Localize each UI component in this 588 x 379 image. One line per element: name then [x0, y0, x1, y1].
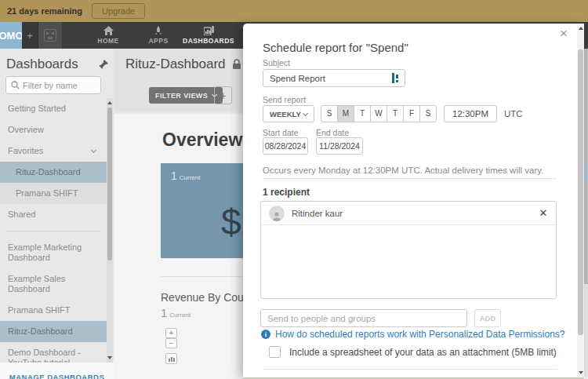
current-app-tab[interactable] [38, 22, 62, 49]
remove-recipient-icon[interactable]: ✕ [535, 205, 551, 220]
sidebar-item-example-sales[interactable]: Example Sales Dashboard [0, 268, 107, 300]
scroll-down-icon[interactable] [579, 371, 583, 374]
sidebar-item-favorites[interactable]: Favorites [0, 140, 107, 162]
subject-input[interactable] [263, 69, 405, 87]
card-count: 1 [171, 169, 177, 182]
page-edge-sliver [584, 49, 588, 377]
attachment-checkbox[interactable] [269, 346, 281, 358]
attachment-label: Include a spreadsheet of your data as an… [289, 347, 557, 358]
scroll-up-icon[interactable] [579, 27, 583, 30]
scroll-down-icon[interactable] [107, 356, 112, 359]
recipient-name: Ritinder kaur [292, 209, 343, 218]
sidebar-scrollbar[interactable] [107, 98, 113, 363]
chevron-down-icon [91, 148, 96, 153]
map-zoom-in-button[interactable]: + [165, 328, 177, 338]
new-tab-button[interactable]: + [22, 22, 38, 49]
sidebar-item-overview[interactable]: Overview [0, 119, 107, 140]
recipients-heading: 1 recipient [263, 187, 310, 198]
sidebar-divider [6, 231, 100, 231]
search-icon [11, 81, 20, 89]
modal-title: Schedule report for "Spend" [263, 41, 408, 54]
schedule-summary-text: Occurs every Monday at 12:30PM UTC. Actu… [263, 166, 543, 175]
overview-heading: Overview [162, 129, 242, 151]
person-icon [271, 210, 282, 221]
home-icon [103, 26, 114, 35]
sidebar-title: Dashboards [6, 56, 78, 72]
start-date-label: Start date [263, 128, 299, 137]
filter-views-button[interactable]: FILTER VIEWS [149, 87, 223, 104]
day-button-mon[interactable]: M [337, 105, 354, 122]
close-icon[interactable]: × [555, 25, 572, 42]
map-chart-toggle-button[interactable] [165, 353, 177, 364]
modal-scrollbar[interactable] [577, 24, 584, 377]
day-button-sun[interactable]: S [321, 105, 338, 122]
revenue-count: 1 [161, 306, 167, 319]
day-button-sat[interactable]: S [419, 105, 437, 122]
send-report-label: Send report [263, 95, 306, 104]
modal-scroll-thumb[interactable] [578, 49, 583, 335]
day-button-tue[interactable]: T [354, 105, 371, 122]
end-date-label: End date [316, 128, 349, 137]
avatar [269, 206, 285, 221]
trial-remaining-text: 21 days remaining [7, 6, 82, 16]
sidebar-item-pramana-shift-fav[interactable]: Pramana SHIFT [0, 183, 107, 204]
modal-footer-divider [263, 369, 557, 370]
nav-item-dashboards[interactable]: DASHBOARDS [183, 22, 234, 49]
app-card-icon [44, 29, 56, 42]
sidebar-item-example-marketing[interactable]: Example Marketing Dashboard [0, 237, 107, 268]
recipient-row: Ritinder kaur ✕ [261, 202, 556, 225]
dashboards-sidebar: Dashboards Getting Started Overview Favo… [0, 49, 114, 379]
add-recipient-button[interactable]: ADD [474, 309, 501, 327]
recipient-list: Ritinder kaur ✕ [260, 201, 557, 299]
nav-item-home[interactable]: HOME [83, 22, 133, 49]
rocket-icon [154, 26, 163, 35]
chevron-down-icon [303, 110, 308, 115]
map-zoom-out-button[interactable]: − [165, 338, 177, 348]
manage-dashboards-button[interactable]: MANAGE DASHBOARDS [0, 373, 114, 379]
day-button-fri[interactable]: F [403, 105, 420, 122]
day-button-thu[interactable]: T [387, 105, 404, 122]
bar-chart-icon [169, 356, 175, 362]
sidebar-footer: MANAGE DASHBOARDS [0, 363, 114, 379]
lock-icon [232, 59, 241, 70]
revenue-count-label: Current [169, 312, 191, 319]
day-button-wed[interactable]: W [370, 105, 387, 122]
subject-label: Subject [263, 58, 290, 67]
nav-item-apps[interactable]: APPS [133, 22, 183, 49]
schedule-report-modal: × Schedule report for "Spend" Subject Se… [243, 24, 584, 377]
sidebar-list: Getting Started Overview Favorites Rituz… [0, 98, 107, 374]
pin-icon[interactable] [99, 60, 108, 70]
scroll-up-icon[interactable] [107, 101, 112, 104]
sidebar-item-getting-started[interactable]: Getting Started [0, 98, 107, 119]
add-view-button[interactable]: + [214, 86, 232, 104]
insert-variable-icon[interactable] [392, 73, 400, 83]
send-to-input[interactable] [260, 309, 467, 327]
day-of-week-group: S M T W T F S [321, 105, 437, 122]
end-date-input[interactable] [316, 137, 363, 155]
app-window: 21 days remaining Upgrade OMO + HOME APP… [0, 0, 588, 379]
sidebar-item-pramana-shift[interactable]: Pramana SHIFT [0, 300, 107, 321]
frequency-select[interactable]: WEEKLY [263, 105, 314, 122]
filter-by-name-input[interactable] [23, 81, 95, 90]
card-count-label: Current [180, 174, 201, 181]
time-input[interactable] [444, 105, 497, 122]
pdp-help-link[interactable]: How do scheduled reports work with Perso… [275, 329, 565, 340]
trial-banner: 21 days remaining Upgrade [0, 0, 588, 22]
dashboards-icon [204, 26, 214, 35]
sidebar-item-rituz-dashboard-fav[interactable]: Rituz-Dashboard [0, 162, 107, 183]
sidebar-scroll-thumb[interactable] [107, 108, 112, 261]
sidebar-filter [5, 76, 101, 94]
dashboard-title: Rituz-Dashboard [125, 56, 226, 72]
sidebar-item-shared[interactable]: Shared [0, 204, 107, 225]
timezone-label: UTC [504, 109, 523, 118]
start-date-input[interactable] [263, 137, 308, 155]
info-icon: i [261, 330, 270, 339]
domo-logo[interactable]: OMO [0, 22, 22, 49]
sidebar-item-rituz-dashboard[interactable]: Rituz-Dashboard [0, 321, 107, 342]
upgrade-button[interactable]: Upgrade [92, 3, 145, 19]
modal-divider [263, 178, 557, 179]
